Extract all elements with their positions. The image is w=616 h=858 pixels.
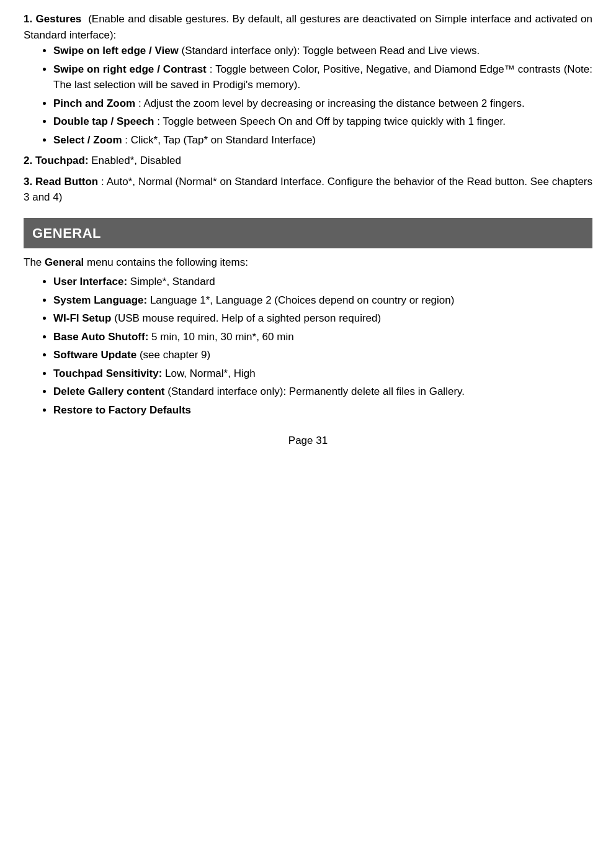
general-intro-bold: General: [45, 256, 84, 268]
delete-gallery-bold: Delete Gallery content: [53, 386, 165, 397]
software-update-bold: Software Update: [53, 349, 136, 361]
gestures-number: 1.: [24, 13, 32, 25]
system-language-normal: Language 1*, Language 2 (Choices depend …: [150, 294, 455, 306]
touchpad-title: 2. Touchpad: Enabled*, Disabled: [24, 153, 592, 169]
wifi-setup-bold: WI-FI Setup: [53, 312, 111, 324]
touchpad-section: 2. Touchpad: Enabled*, Disabled: [24, 153, 592, 169]
read-button-number: 3.: [24, 176, 32, 187]
list-item: Select / Zoom : Click*, Tap (Tap* on Sta…: [53, 132, 592, 148]
touchpad-sensitivity-normal: Low, Normal*, High: [165, 368, 256, 379]
page-number-text: Page 31: [288, 435, 328, 446]
list-item: Double tap / Speech : Toggle between Spe…: [53, 114, 592, 130]
list-item: Restore to Factory Defaults: [53, 402, 592, 418]
pinch-zoom-normal: : Adjust the zoom level by decreasing or…: [138, 97, 525, 109]
restore-defaults-bold: Restore to Factory Defaults: [53, 404, 191, 416]
gestures-bullet-list: Swipe on left edge / View (Standard inte…: [53, 43, 592, 148]
select-zoom-bold: Select / Zoom: [53, 134, 122, 146]
general-intro-paragraph: The General menu contains the following …: [24, 255, 592, 271]
page-number: Page 31: [24, 433, 592, 449]
gestures-title-suffix-text: (Enable and disable gestures. By default…: [24, 13, 592, 41]
list-item: System Language: Language 1*, Language 2…: [53, 292, 592, 309]
list-item: Pinch and Zoom : Adjust the zoom level b…: [53, 96, 592, 112]
list-item: User Interface: Simple*, Standard: [53, 274, 592, 290]
swipe-left-bold: Swipe on left edge / View: [53, 45, 179, 56]
touchpad-number: 2.: [24, 155, 32, 166]
list-item: Software Update (see chapter 9): [53, 347, 592, 363]
list-item: WI-FI Setup (USB mouse required. Help of…: [53, 310, 592, 327]
pinch-zoom-bold: Pinch and Zoom: [53, 97, 135, 109]
double-tap-normal: : Toggle between Speech On and Off by ta…: [157, 115, 506, 127]
read-button-normal: : Auto*, Normal (Normal* on Standard Int…: [24, 176, 592, 204]
auto-shutoff-normal: 5 min, 10 min, 30 min*, 60 min: [151, 331, 294, 343]
swipe-left-normal: (Standard interface only): Toggle betwee…: [182, 45, 480, 56]
auto-shutoff-bold: Base Auto Shutoff:: [53, 331, 148, 343]
read-button-title-text: Read Button: [35, 176, 98, 187]
general-header-text: GENERAL: [32, 225, 101, 241]
gestures-title-text: Gestures: [36, 13, 82, 25]
delete-gallery-normal: (Standard interface only): Permanently d…: [167, 386, 465, 397]
wifi-setup-normal: (USB mouse required. Help of a sighted p…: [114, 312, 381, 324]
list-item: Touchpad Sensitivity: Low, Normal*, High: [53, 366, 592, 382]
software-update-normal: (see chapter 9): [140, 349, 210, 361]
swipe-right-bold: Swipe on right edge / Contrast: [53, 63, 207, 75]
touchpad-normal: Enabled*, Disabled: [91, 155, 181, 166]
list-item: Delete Gallery content (Standard interfa…: [53, 384, 592, 400]
general-section-header: GENERAL: [24, 218, 592, 248]
list-item: Base Auto Shutoff: 5 min, 10 min, 30 min…: [53, 329, 592, 345]
list-item: Swipe on right edge / Contrast : Toggle …: [53, 61, 592, 93]
general-intro-text: The: [24, 256, 42, 268]
gestures-title: 1. Gestures (Enable and disable gestures…: [24, 11, 592, 43]
read-button-section: 3. Read Button : Auto*, Normal (Normal* …: [24, 174, 592, 205]
double-tap-bold: Double tap / Speech: [53, 115, 154, 127]
general-bullet-list: User Interface: Simple*, Standard System…: [53, 274, 592, 418]
list-item: Swipe on left edge / View (Standard inte…: [53, 43, 592, 59]
touchpad-sensitivity-bold: Touchpad Sensitivity:: [53, 368, 162, 379]
select-zoom-normal: : Click*, Tap (Tap* on Standard Interfac…: [125, 134, 316, 146]
user-interface-normal: Simple*, Standard: [130, 276, 215, 287]
system-language-bold: System Language:: [53, 294, 147, 306]
read-button-title: 3. Read Button : Auto*, Normal (Normal* …: [24, 174, 592, 205]
gestures-section: 1. Gestures (Enable and disable gestures…: [24, 11, 592, 148]
general-intro-suffix: menu contains the following items:: [87, 256, 248, 268]
user-interface-bold: User Interface:: [53, 276, 127, 287]
touchpad-title-text: Touchpad:: [35, 155, 89, 166]
